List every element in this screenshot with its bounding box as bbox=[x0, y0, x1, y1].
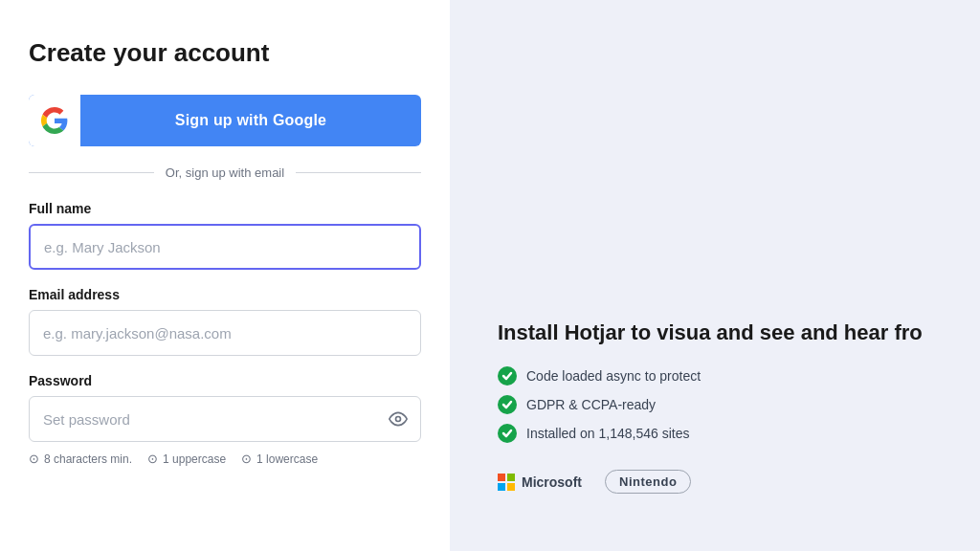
password-field-group: Password ⊙ 8 characters min. ⊙ 1 upperca… bbox=[29, 373, 421, 466]
divider-line-right bbox=[296, 172, 421, 173]
eye-icon bbox=[389, 409, 408, 429]
check-icon-1 bbox=[498, 366, 517, 386]
right-content: Install Hotjar to visua and see and hear… bbox=[498, 320, 961, 494]
password-wrapper bbox=[29, 396, 421, 442]
password-hints: ⊙ 8 characters min. ⊙ 1 uppercase ⊙ 1 lo… bbox=[29, 452, 421, 466]
microsoft-icon bbox=[498, 474, 515, 491]
feature-item-3: Installed on 1,148,546 sites bbox=[498, 424, 961, 443]
check-icon-2 bbox=[498, 395, 517, 414]
hint-lowercase: ⊙ 1 lowercase bbox=[241, 452, 318, 466]
hint-min-chars: ⊙ 8 characters min. bbox=[29, 452, 132, 466]
feature-item-1: Code loaded async to protect bbox=[498, 366, 961, 386]
divider-text: Or, sign up with email bbox=[166, 165, 284, 180]
password-label: Password bbox=[29, 373, 421, 388]
email-label: Email address bbox=[29, 287, 421, 302]
google-signup-button[interactable]: Sign up with Google bbox=[29, 95, 421, 146]
feature-item-2: GDPR & CCPA-ready bbox=[498, 395, 961, 414]
check-icon-3 bbox=[498, 424, 517, 443]
divider-line-left bbox=[29, 172, 154, 173]
hint-uppercase: ⊙ 1 uppercase bbox=[147, 452, 226, 466]
full-name-field-group: Full name bbox=[29, 201, 421, 270]
hint-check-icon-3: ⊙ bbox=[241, 452, 252, 466]
full-name-label: Full name bbox=[29, 201, 421, 216]
full-name-input[interactable] bbox=[29, 224, 421, 270]
google-button-label: Sign up with Google bbox=[80, 112, 421, 129]
left-panel: Create your account Sign up with Google … bbox=[0, 0, 450, 551]
email-input[interactable] bbox=[29, 310, 421, 356]
svg-point-0 bbox=[396, 417, 401, 422]
password-input[interactable] bbox=[29, 396, 421, 442]
divider: Or, sign up with email bbox=[29, 165, 421, 180]
hint-check-icon-1: ⊙ bbox=[29, 452, 39, 466]
feature-list: Code loaded async to protect GDPR & CCPA… bbox=[498, 366, 961, 443]
toggle-password-button[interactable] bbox=[387, 408, 410, 430]
brand-nintendo: Nintendo bbox=[605, 470, 691, 494]
page-title: Create your account bbox=[29, 38, 421, 68]
brand-logos: Microsoft Nintendo bbox=[498, 470, 961, 494]
email-field-group: Email address bbox=[29, 287, 421, 356]
google-icon bbox=[29, 95, 80, 146]
hint-check-icon-2: ⊙ bbox=[147, 452, 158, 466]
right-panel: Install Hotjar to visua and see and hear… bbox=[450, 0, 980, 551]
right-title: Install Hotjar to visua and see and hear… bbox=[498, 320, 961, 347]
brand-microsoft: Microsoft bbox=[498, 474, 582, 491]
